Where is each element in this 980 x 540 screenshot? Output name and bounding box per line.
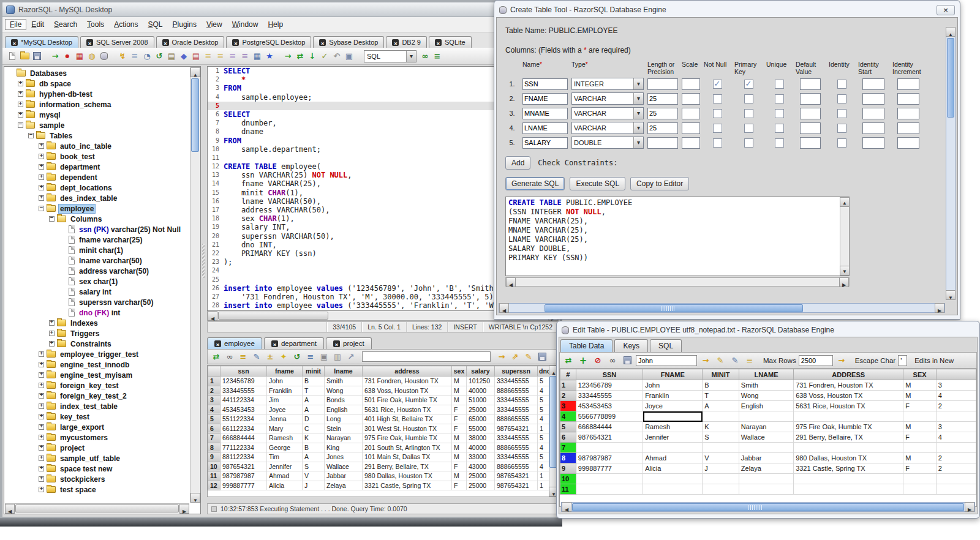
scroll-right-arrow-icon[interactable] [179, 504, 189, 514]
cell[interactable]: 999887777 [221, 481, 267, 490]
column-name-input[interactable] [522, 108, 568, 119]
copy-cell-icon[interactable]: ▥ [331, 351, 344, 363]
scale-input[interactable] [682, 122, 700, 134]
cell[interactable]: K [703, 422, 739, 432]
expand-plus-icon[interactable]: + [39, 414, 44, 419]
cell[interactable]: M [903, 422, 936, 432]
cell[interactable]: 888665555 [495, 462, 538, 471]
table-row[interactable]: 8771122334GeorgeBKing201 South St, Arlin… [208, 443, 552, 452]
identity-checkbox[interactable] [837, 80, 846, 89]
scroll-right-arrow-icon[interactable] [965, 502, 974, 512]
view-glasses-icon[interactable]: ∞ [606, 354, 619, 367]
connection-tab-sql-server-2008[interactable]: SQL Server 2008 [80, 36, 154, 48]
edit-horizontal-scrollbar[interactable] [561, 502, 975, 512]
tree-scroll-thumb[interactable] [191, 78, 199, 152]
tree-item-address-varchar-50[interactable]: address varchar(50) [5, 266, 189, 276]
export-results-icon[interactable]: ⇗ [509, 351, 521, 363]
cell[interactable]: 980 Dallas, Houston TX [794, 453, 903, 463]
not-null-checkbox[interactable] [713, 94, 722, 103]
expand-plus-icon[interactable]: + [18, 112, 23, 118]
cell[interactable] [936, 474, 976, 484]
cell[interactable]: 2 [936, 453, 976, 463]
cell[interactable]: 5566778899 [576, 411, 643, 422]
tree-item-foreign-key-test-2[interactable]: +foreign_key_test_2 [5, 391, 189, 401]
cell[interactable]: 101250 [467, 377, 495, 386]
expand-plus-icon[interactable]: + [39, 185, 44, 190]
cell[interactable]: 551122334 [221, 414, 267, 424]
add-column-button[interactable]: Add [505, 156, 530, 170]
cell[interactable]: D [303, 414, 325, 424]
chevron-down-icon[interactable] [633, 78, 643, 89]
cell[interactable]: Jim [267, 396, 303, 405]
table-row[interactable]: 1123456789JohnBSmith731 Fondren, Houston… [208, 377, 552, 386]
expand-plus-icon[interactable]: + [39, 445, 44, 451]
cell[interactable] [794, 484, 903, 495]
cell[interactable]: M [452, 396, 467, 405]
cell[interactable]: S [303, 462, 325, 471]
length-precision-input[interactable] [647, 93, 678, 105]
length-precision-input[interactable] [647, 137, 678, 149]
cell[interactable]: 501 Fire Oak, Humble TX [363, 396, 452, 405]
length-precision-input[interactable] [647, 108, 678, 119]
edit-table-grid[interactable]: #SSNFNAMEMINITLNAMEADDRESSSEX1123456789J… [560, 369, 976, 495]
go-max-rows-icon[interactable]: → [835, 354, 848, 367]
results-header-salary[interactable]: salary [467, 366, 495, 377]
cell[interactable]: F [452, 405, 467, 414]
dialog-horizontal-scrollbar[interactable] [499, 303, 945, 313]
view-rows-icon[interactable]: ∞ [224, 351, 236, 363]
tree-item-sample-utf-table[interactable]: +sample_utf_table [5, 453, 189, 463]
cell[interactable]: F [903, 432, 936, 443]
clipboard-icon[interactable]: ▤ [165, 50, 178, 62]
sql-preview-hscrollbar[interactable] [505, 277, 850, 287]
identity-increment-input[interactable] [897, 137, 919, 149]
expand-plus-icon[interactable]: + [39, 466, 44, 471]
sql-preview-vscrollbar[interactable] [840, 197, 849, 276]
statement-type-select[interactable]: SQL [364, 50, 417, 62]
sort-filter-icon[interactable]: ≡ [237, 351, 249, 363]
cell[interactable] [739, 484, 793, 495]
cell[interactable]: John [267, 377, 303, 386]
tree-item-information-schema[interactable]: +information_schema [5, 99, 189, 110]
tree-item-index-test-table[interactable]: +index_test_table [5, 401, 189, 411]
tree-item-engine-test-myisam[interactable]: +engine_test_myisam [5, 370, 189, 380]
cell[interactable]: A [703, 401, 739, 411]
results-header-ssn[interactable]: ssn [221, 366, 267, 377]
cell[interactable]: 333445555 [495, 396, 538, 405]
tree-item-stockpickers[interactable]: +stockpickers [5, 474, 189, 484]
cell[interactable]: 771122334 [221, 443, 267, 452]
cell[interactable]: J [303, 481, 325, 490]
close-tab-icon[interactable] [162, 39, 169, 46]
close-tab-icon[interactable] [86, 39, 93, 46]
editor-window-icon[interactable]: ▣ [343, 50, 355, 62]
expand-plus-icon[interactable]: + [49, 341, 55, 347]
results-header-sex[interactable]: sex [452, 366, 467, 377]
cell[interactable]: 3 [936, 422, 976, 432]
unique-checkbox[interactable] [775, 80, 784, 89]
cell[interactable]: M [903, 453, 936, 463]
cell[interactable]: Franklin [267, 386, 303, 396]
keys-icon[interactable]: ✦ [277, 351, 290, 363]
edit-tab-keys[interactable]: Keys [614, 339, 648, 352]
tree-item-project[interactable]: +project [5, 443, 189, 453]
menu-actions[interactable]: Actions [109, 19, 143, 30]
expand-plus-icon[interactable]: + [39, 164, 44, 170]
cell[interactable]: 4 [936, 432, 976, 443]
primary-key-checkbox[interactable] [744, 138, 753, 148]
tree-item-sex-char-1[interactable]: sex char(1) [5, 276, 189, 287]
tree-item-employee-trigger-test[interactable]: +employee_trigger_test [5, 349, 189, 359]
edit-cell-icon[interactable]: ✎ [251, 351, 263, 363]
window-icon[interactable]: ▣ [318, 351, 330, 363]
table-copy-icon[interactable]: ▦ [251, 50, 263, 62]
tree-hscroll-thumb[interactable] [15, 504, 179, 512]
create-dialog-title-bar[interactable]: Create Table Tool - RazorSQL Database En… [496, 2, 958, 17]
cell[interactable]: 888665555 [495, 386, 538, 396]
table-copy-red-icon[interactable]: ▦ [74, 50, 86, 62]
scale-input[interactable] [682, 78, 700, 90]
close-tab-icon[interactable] [435, 39, 442, 46]
refresh-arrows-icon[interactable]: ⇄ [294, 50, 306, 62]
sql-lightning-icon[interactable]: ↯ [116, 50, 129, 62]
cell[interactable]: 987654321 [495, 424, 538, 433]
tree-item-ssn-pk-varchar-25-not-null[interactable]: ssn (PK) varchar(25) Not Null [5, 224, 189, 234]
tree-item-databases[interactable]: Databases [5, 68, 189, 78]
close-tab-icon[interactable] [11, 39, 18, 46]
